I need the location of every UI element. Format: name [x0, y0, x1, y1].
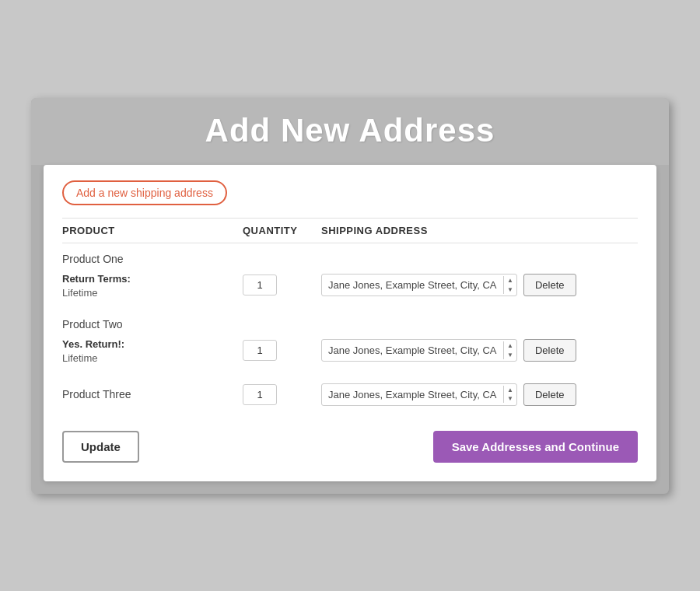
quantity-input[interactable]: [243, 340, 277, 361]
select-arrows[interactable]: ▲ ▼: [503, 386, 516, 403]
address-wrap: Jane Jones, Example Street, City, CA ▲ ▼…: [321, 274, 638, 296]
address-select[interactable]: Jane Jones, Example Street, City, CA: [322, 384, 503, 405]
address-cell: Jane Jones, Example Street, City, CA ▲ ▼…: [321, 374, 638, 415]
return-info: Return Terms: Lifetime: [62, 268, 235, 309]
main-card: Add a new shipping address PRODUCT QUANT…: [44, 165, 656, 481]
delete-button[interactable]: Delete: [523, 274, 576, 296]
col-header-product: PRODUCT: [62, 218, 235, 243]
arrow-down[interactable]: ▼: [507, 351, 513, 359]
return-sub: Lifetime: [62, 352, 98, 364]
address-select-wrapper: Jane Jones, Example Street, City, CA ▲ ▼: [321, 274, 517, 296]
address-select-wrapper: Jane Jones, Example Street, City, CA ▲ ▼: [321, 339, 517, 362]
return-info: Yes. Return!: Lifetime: [62, 334, 235, 374]
return-sub: Lifetime: [62, 287, 98, 299]
address-cell: Jane Jones, Example Street, City, CA ▲ ▼…: [321, 334, 638, 374]
product-detail-row: Yes. Return!: Lifetime Jane Jones, Examp…: [62, 334, 638, 374]
arrow-down[interactable]: ▼: [507, 394, 513, 403]
arrow-up[interactable]: ▲: [507, 341, 513, 350]
quantity-input[interactable]: [243, 275, 277, 296]
products-table: PRODUCT QUANTITY SHIPPING ADDRESS Produc…: [62, 218, 638, 415]
select-arrows[interactable]: ▲ ▼: [503, 276, 516, 293]
product-name: Product One: [62, 243, 638, 268]
arrow-up[interactable]: ▲: [507, 276, 513, 285]
delete-button[interactable]: Delete: [523, 339, 576, 362]
product-detail-row: Return Terms: Lifetime Jane Jones, Examp…: [62, 268, 638, 309]
select-arrows[interactable]: ▲ ▼: [503, 341, 516, 358]
col-header-quantity: QUANTITY: [235, 218, 321, 243]
title-bar: Add New Address: [31, 98, 669, 165]
add-address-button[interactable]: Add a new shipping address: [62, 180, 227, 205]
product-name-row: Product One: [62, 243, 638, 268]
quantity-cell: [235, 334, 321, 374]
return-label: Return Terms:: [62, 273, 131, 285]
save-button[interactable]: Save Addresses and Continue: [433, 431, 638, 463]
outer-container: Add New Address Add a new shipping addre…: [31, 98, 669, 494]
table-row: Product Three Jane Jones, Example Street…: [62, 374, 638, 415]
delete-button[interactable]: Delete: [523, 383, 576, 406]
product-name: Product Three: [62, 374, 235, 415]
arrow-up[interactable]: ▲: [507, 386, 513, 394]
quantity-input[interactable]: [243, 384, 277, 405]
footer-row: Update Save Addresses and Continue: [62, 431, 638, 463]
address-select[interactable]: Jane Jones, Example Street, City, CA: [322, 275, 503, 296]
address-select-wrapper: Jane Jones, Example Street, City, CA ▲ ▼: [321, 383, 517, 406]
arrow-down[interactable]: ▼: [507, 285, 513, 294]
col-header-address: SHIPPING ADDRESS: [321, 218, 638, 243]
address-wrap: Jane Jones, Example Street, City, CA ▲ ▼…: [321, 339, 638, 362]
page-title: Add New Address: [39, 112, 661, 149]
quantity-cell: [235, 374, 321, 415]
update-button[interactable]: Update: [62, 431, 139, 463]
product-name-row: Product Two: [62, 309, 638, 334]
address-wrap: Jane Jones, Example Street, City, CA ▲ ▼…: [321, 383, 638, 406]
return-label: Yes. Return!:: [62, 338, 124, 350]
quantity-cell: [235, 268, 321, 309]
address-cell: Jane Jones, Example Street, City, CA ▲ ▼…: [321, 268, 638, 309]
product-name: Product Two: [62, 309, 638, 334]
address-select[interactable]: Jane Jones, Example Street, City, CA: [322, 340, 503, 361]
